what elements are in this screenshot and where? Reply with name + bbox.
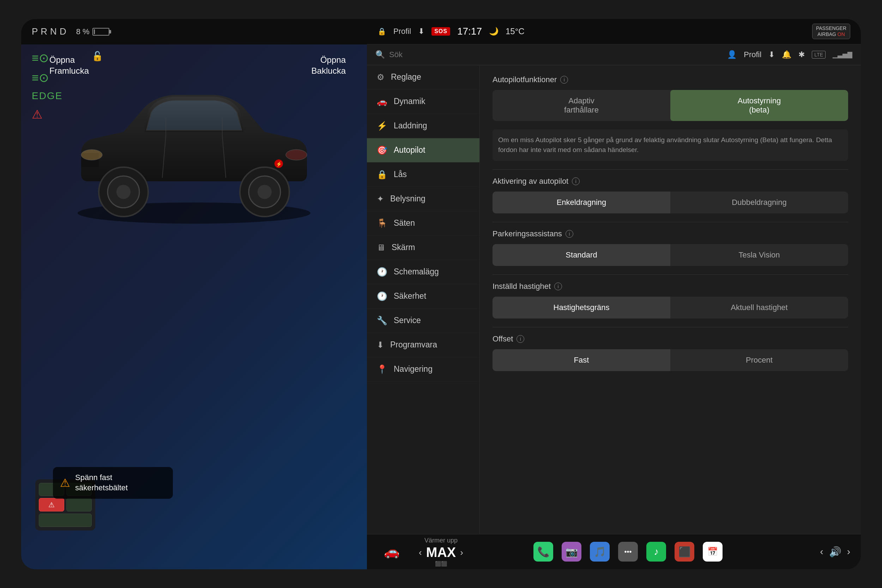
download-icon[interactable]: ⬇ <box>768 50 775 59</box>
profile-text[interactable]: Profil <box>744 50 761 59</box>
menu-label-saten: Säten <box>394 218 415 228</box>
settings-content: ⚙ Reglage 🚗 Dynamik ⚡ Laddning 🎯 Autopil… <box>367 65 861 534</box>
app-music[interactable]: 🎵 <box>590 542 610 561</box>
menu-label-autopilot: Autopilot <box>394 146 426 155</box>
app-camera[interactable]: 📷 <box>562 542 581 561</box>
nav-icon: 📍 <box>377 364 387 374</box>
heat-next-button[interactable]: › <box>460 547 463 558</box>
settings-gear-icon: ⚙ <box>377 72 384 82</box>
taskbar-right: ‹ 🔊 › <box>787 546 850 558</box>
btn-fast-offset[interactable]: Fast <box>492 349 670 371</box>
info-icon-activation[interactable]: i <box>572 177 580 185</box>
parking-mode-group: Standard Tesla Vision <box>492 244 848 266</box>
heat-control: Värmer upp ‹ MAX › ⬛⬛ <box>413 537 469 567</box>
settings-detail: Autopilotfunktioner i Adaptiv farthållar… <box>480 65 861 534</box>
autopilot-icon: 🎯 <box>377 146 387 155</box>
main-content: PRND 8 % ≡⊙ ≡⊙ EDGE ⚠ Öppna Framlucka <box>21 19 861 569</box>
menu-label-dynamik: Dynamik <box>394 97 425 106</box>
btn-percent-offset[interactable]: Procent <box>670 349 848 371</box>
schedule-icon: 🕐 <box>377 267 387 277</box>
temperature-display: 15°C <box>506 27 525 36</box>
app-spotify[interactable]: ♪ <box>646 542 666 561</box>
menu-label-skarm: Skärm <box>392 243 415 252</box>
bell-icon[interactable]: 🔔 <box>782 50 791 59</box>
info-icon-autopilot[interactable]: i <box>560 76 568 84</box>
menu-label-reglage: Reglage <box>391 72 421 82</box>
menu-label-sakerhet: Säkerhet <box>394 291 426 301</box>
menu-item-sakerhet[interactable]: 🕐 Säkerhet <box>367 284 480 309</box>
menu-item-navigering[interactable]: 📍 Navigering <box>367 357 480 382</box>
menu-item-schemalagg[interactable]: 🕐 Schemalägg <box>367 260 480 284</box>
top-right-icons: 👤 Profil ⬇ 🔔 ✱ LTE ▁▃▅▇ <box>727 50 852 59</box>
seatbelt-warning: ⚠ Spänn fast säkerhetsbältet <box>53 467 173 498</box>
activation-mode-group: Enkeldragning Dubbeldragning <box>492 192 848 213</box>
car-icon: 🚗 <box>377 97 387 106</box>
taskbar-car[interactable]: 🚗 <box>378 544 406 559</box>
bluetooth-icon[interactable]: ✱ <box>798 50 805 59</box>
btn-double-pull[interactable]: Dubbeldragning <box>670 192 848 213</box>
info-icon-offset[interactable]: i <box>516 335 524 343</box>
settings-menu: ⚙ Reglage 🚗 Dynamik ⚡ Laddning 🎯 Autopil… <box>367 65 480 534</box>
app-more[interactable]: ••• <box>618 542 638 561</box>
app-calendar[interactable]: 📅 <box>703 542 723 561</box>
menu-item-autopilot[interactable]: 🎯 Autopilot <box>367 138 480 163</box>
activation-section-title: Aktivering av autopilot i <box>492 177 848 186</box>
search-icon: 🔍 <box>375 50 385 59</box>
screen-icon: 🖥 <box>377 243 385 252</box>
heat-value-display: MAX <box>426 545 456 560</box>
left-panel: PRND 8 % ≡⊙ ≡⊙ EDGE ⚠ Öppna Framlucka <box>21 19 367 569</box>
seat-icon: 🪑 <box>377 218 387 228</box>
btn-single-pull[interactable]: Enkeldragning <box>492 192 670 213</box>
menu-item-reglage[interactable]: ⚙ Reglage <box>367 65 480 90</box>
info-icon-speed[interactable]: i <box>554 282 562 290</box>
app-phone[interactable]: 📞 <box>533 542 553 561</box>
profile-label-top[interactable]: Profil <box>393 27 411 36</box>
update-icon: ⬇ <box>377 340 384 350</box>
heat-prev-button[interactable]: ‹ <box>419 547 422 558</box>
lte-indicator: LTE <box>812 51 825 58</box>
menu-item-belysning[interactable]: ✦ Belysning <box>367 187 480 211</box>
screen: PRND 8 % ≡⊙ ≡⊙ EDGE ⚠ Öppna Framlucka <box>21 19 861 569</box>
heat-label: Värmer upp <box>424 537 458 544</box>
btn-adaptive-cruise[interactable]: Adaptiv farthållare <box>492 90 670 121</box>
taskbar: 🚗 Värmer upp ‹ MAX › ⬛⬛ 📞 <box>367 534 861 569</box>
lock-menu-icon: 🔒 <box>377 170 387 180</box>
btn-speed-limit[interactable]: Hastighetsgräns <box>492 297 670 318</box>
menu-label-laddning: Laddning <box>394 121 427 130</box>
svg-point-7 <box>116 185 130 199</box>
prnd-display: PRND <box>32 26 69 37</box>
menu-label-navigering: Navigering <box>394 364 432 374</box>
menu-item-saten[interactable]: 🪑 Säten <box>367 211 480 236</box>
download-icon-top[interactable]: ⬇ <box>418 27 424 36</box>
next-track-button[interactable]: › <box>847 546 850 557</box>
seatbelt-warning-text: Spänn fast säkerhetsbältet <box>75 472 128 493</box>
btn-tesla-vision[interactable]: Tesla Vision <box>670 244 848 266</box>
btn-current-speed[interactable]: Aktuell hastighet <box>670 297 848 318</box>
btn-autosteer[interactable]: Autostyrning (beta) <box>670 90 848 121</box>
menu-item-programvara[interactable]: ⬇ Programvara <box>367 333 480 357</box>
divider-1 <box>492 169 848 170</box>
speed-section-title: Inställd hastighet i <box>492 282 848 291</box>
btn-standard-parking[interactable]: Standard <box>492 244 670 266</box>
safety-icon: 🕐 <box>377 291 387 301</box>
divider-3 <box>492 274 848 275</box>
menu-item-skarm[interactable]: 🖥 Skärm <box>367 236 480 260</box>
moon-icon: 🌙 <box>489 27 498 36</box>
sos-badge: SOS <box>432 27 450 36</box>
menu-item-dynamik[interactable]: 🚗 Dynamik <box>367 90 480 114</box>
heat-dots: ⬛⬛ <box>435 561 447 567</box>
offset-section-title: Offset i <box>492 334 848 344</box>
signal-bars: ▁▃▅▇ <box>832 51 852 58</box>
menu-label-belysning: Belysning <box>390 194 426 204</box>
menu-item-las[interactable]: 🔒 Lås <box>367 163 480 187</box>
search-bar: 🔍 👤 Profil ⬇ 🔔 ✱ LTE ▁▃▅▇ <box>367 45 861 65</box>
app-tile[interactable]: ⬛ <box>675 542 694 561</box>
bottom-left-area: ⚠ ⚠ Spänn fast säkerhetsbältet <box>35 479 95 531</box>
info-icon-parking[interactable]: i <box>566 230 573 238</box>
menu-item-laddning[interactable]: ⚡ Laddning <box>367 114 480 138</box>
menu-item-service[interactable]: 🔧 Service <box>367 309 480 333</box>
search-input[interactable] <box>389 50 723 59</box>
wrench-icon: 🔧 <box>377 316 387 326</box>
prev-track-button[interactable]: ‹ <box>820 546 823 557</box>
menu-label-schemalagg: Schemalägg <box>394 267 439 276</box>
